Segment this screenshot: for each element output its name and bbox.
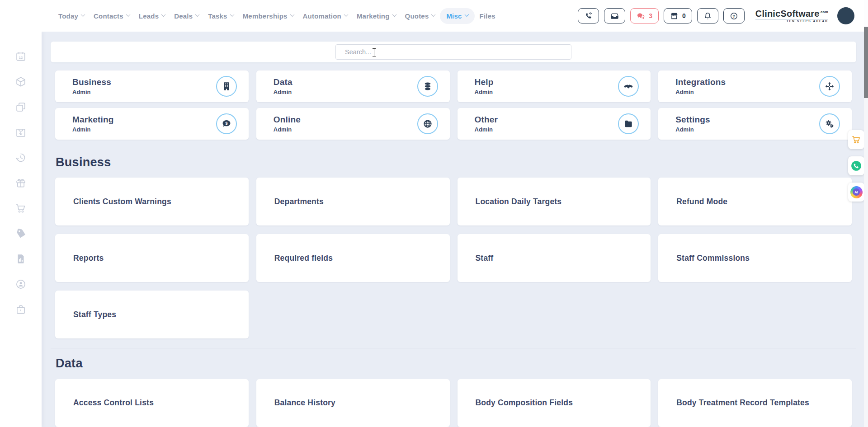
nav-item-label: Tasks	[208, 12, 227, 20]
item-card-body-treatment-record-templates[interactable]: Body Treatment Record Templates	[658, 379, 852, 427]
sidebar-item-calendar[interactable]: 12	[14, 51, 27, 62]
category-card-online[interactable]: OnlineAdmin	[256, 108, 450, 140]
category-card-marketing[interactable]: MarketingAdmin$	[55, 108, 249, 140]
phone-icon	[584, 12, 593, 20]
item-card-refund-mode[interactable]: Refund Mode	[658, 178, 852, 225]
category-card-other[interactable]: OtherAdmin	[458, 108, 651, 140]
category-subtitle: Admin	[475, 126, 498, 133]
item-grid-data: Access Control ListsBalance HistoryBody …	[55, 379, 852, 427]
search-input[interactable]	[344, 48, 566, 56]
user-avatar[interactable]	[837, 7, 854, 24]
nav-item-memberships[interactable]: Memberships	[239, 8, 298, 24]
inbox-icon	[610, 12, 619, 20]
nav-item-quotes[interactable]: Quotes	[401, 8, 439, 24]
item-card-staff-types[interactable]: Staff Types	[55, 291, 249, 338]
sidebar-item-gift-vouchers[interactable]	[14, 177, 27, 189]
nav-item-today[interactable]: Today	[54, 8, 89, 24]
category-text: MarketingAdmin	[72, 115, 114, 133]
item-card-label: Clients Custom Warnings	[73, 197, 171, 206]
category-card-business[interactable]: BusinessAdmin	[55, 70, 249, 102]
item-card-departments[interactable]: Departments	[256, 178, 450, 225]
category-title: Other	[475, 115, 498, 125]
chevron-down-icon	[126, 12, 130, 17]
tag-icon	[15, 228, 27, 239]
item-card-location-daily-targets[interactable]: Location Daily Targets	[458, 178, 651, 225]
ai-assistant-button[interactable]: AI	[848, 183, 864, 202]
header-buttons: 30?	[578, 8, 745, 23]
brand-logo[interactable]: ClinicSoftware.com TEN STEPS AHEAD	[753, 9, 828, 23]
item-card-reports[interactable]: Reports	[55, 234, 249, 282]
category-subtitle: Admin	[72, 89, 111, 95]
item-card-label: Staff Types	[73, 310, 116, 319]
phone-button[interactable]	[578, 8, 599, 23]
sidebar-item-lockbox[interactable]	[14, 304, 27, 315]
search-box[interactable]	[335, 44, 571, 60]
nav-item-marketing[interactable]: Marketing	[353, 8, 400, 24]
app-logo[interactable]	[11, 4, 31, 28]
item-card-clients-custom-warnings[interactable]: Clients Custom Warnings	[55, 178, 249, 225]
move-icon	[825, 81, 835, 91]
item-card-required-fields[interactable]: Required fields	[256, 234, 450, 282]
top-navbar: TodayContactsLeadsDealsTasksMembershipsA…	[0, 0, 868, 32]
item-card-label: Access Control Lists	[73, 398, 154, 408]
whatsapp-button[interactable]	[848, 156, 864, 175]
nav-item-deals[interactable]: Deals	[170, 8, 203, 24]
category-card-help[interactable]: HelpAdmin	[458, 70, 651, 102]
nav-item-label: Deals	[174, 12, 193, 20]
brand-name: ClinicSoftware.com	[755, 9, 828, 19]
badge-count: 3	[649, 12, 652, 19]
nav-item-leads[interactable]: Leads	[135, 8, 169, 24]
store-button[interactable]: 0	[664, 8, 692, 23]
chat-icon	[637, 12, 645, 20]
category-icon-circle	[417, 76, 438, 97]
category-card-integrations[interactable]: IntegrationsAdmin	[658, 70, 852, 102]
cart-button[interactable]	[848, 130, 864, 149]
sidebar-item-duplicates[interactable]	[14, 101, 27, 113]
item-card-balance-history[interactable]: Balance History	[256, 379, 450, 427]
item-card-body-composition-fields[interactable]: Body Composition Fields	[458, 379, 651, 427]
item-card-label: Body Composition Fields	[476, 398, 573, 408]
item-card-label: Reports	[73, 253, 104, 263]
sections: BusinessClients Custom WarningsDepartmen…	[51, 155, 856, 427]
checkin-icon	[15, 127, 27, 138]
store-icon	[670, 12, 679, 20]
sidebar-item-support[interactable]	[14, 278, 27, 290]
sidebar-item-packages[interactable]	[14, 76, 27, 88]
category-text: SettingsAdmin	[675, 115, 710, 133]
help-button[interactable]: ?	[723, 8, 745, 23]
item-card-label: Required fields	[274, 253, 333, 263]
whatsapp-icon	[850, 160, 862, 172]
sidebar-item-reports[interactable]	[14, 253, 27, 265]
nav-item-tasks[interactable]: Tasks	[204, 8, 237, 24]
category-text: DataAdmin	[274, 77, 292, 95]
sidebar-item-check-in[interactable]	[14, 127, 27, 138]
gift-icon	[15, 177, 27, 189]
item-card-staff-commissions[interactable]: Staff Commissions	[658, 234, 852, 282]
item-card-label: Refund Mode	[676, 197, 727, 206]
category-subtitle: Admin	[274, 126, 301, 133]
chat-button[interactable]: 3	[630, 8, 659, 23]
item-card-label: Staff Commissions	[676, 253, 750, 263]
section-heading-business: Business	[51, 155, 856, 169]
nav-item-files[interactable]: Files	[476, 8, 500, 24]
sidebar-item-shop[interactable]	[14, 202, 27, 214]
item-card-staff[interactable]: Staff	[458, 234, 651, 282]
category-icon-circle	[618, 113, 639, 134]
nav-item-label: Files	[480, 12, 495, 20]
nav-item-automation[interactable]: Automation	[299, 8, 352, 24]
sidebar-item-tags[interactable]	[14, 228, 27, 239]
badge-count: 0	[682, 12, 686, 19]
inbox-button[interactable]	[604, 8, 625, 23]
category-card-data[interactable]: DataAdmin	[256, 70, 450, 102]
item-card-access-control-lists[interactable]: Access Control Lists	[55, 379, 249, 427]
category-card-settings[interactable]: SettingsAdmin	[658, 108, 852, 140]
category-subtitle: Admin	[675, 89, 726, 95]
cart-icon	[15, 202, 27, 214]
scrollbar-thumb[interactable]	[864, 27, 868, 98]
help-icon: ?	[730, 12, 738, 20]
sidebar-item-history[interactable]	[14, 152, 27, 164]
notifications-button[interactable]	[697, 8, 718, 23]
nav-item-contacts[interactable]: Contacts	[90, 8, 134, 24]
calendar-icon: 12	[15, 51, 27, 62]
nav-item-misc[interactable]: Misc	[440, 8, 474, 24]
